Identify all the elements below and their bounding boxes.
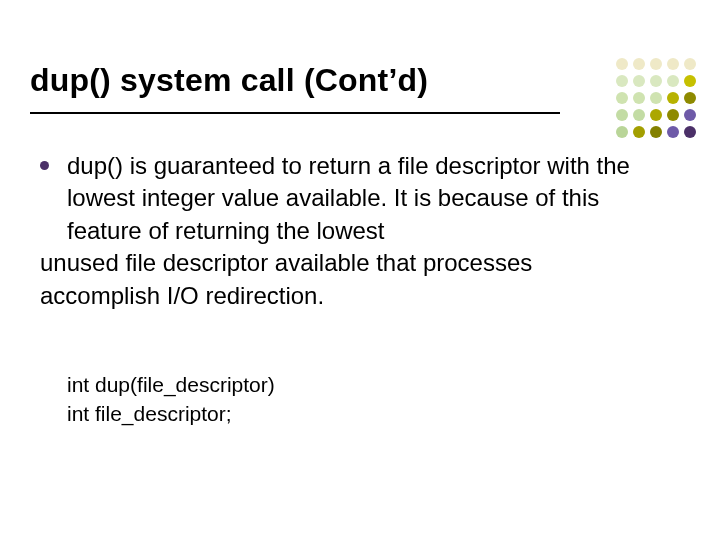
decor-dot [633, 126, 645, 138]
decor-dot [684, 109, 696, 121]
decor-dot [684, 75, 696, 87]
decor-dot [633, 58, 645, 70]
code-block: int dup(file_descriptor) int file_descri… [67, 370, 275, 429]
decor-dot [667, 109, 679, 121]
decor-dot [650, 75, 662, 87]
decorative-dot-grid [616, 58, 696, 138]
decor-dot [616, 109, 628, 121]
decor-dot [616, 126, 628, 138]
bullet-line-1: dup() is guaranteed to return a file des… [67, 152, 630, 244]
decor-dot [633, 109, 645, 121]
decor-dot [616, 58, 628, 70]
decor-dot [667, 58, 679, 70]
decor-dot [684, 92, 696, 104]
decor-dot [633, 75, 645, 87]
decor-dot [616, 92, 628, 104]
decor-dot [650, 58, 662, 70]
decor-dot [684, 58, 696, 70]
title-wrap: dup() system call (Cont’d) [30, 62, 560, 99]
slide: dup() system call (Cont’d) dup() is guar… [0, 0, 720, 540]
decor-dot [616, 75, 628, 87]
title-underline [30, 112, 560, 114]
decor-dot [633, 92, 645, 104]
decor-dot [667, 75, 679, 87]
bullet-line-2: unused file descriptor available that pr… [40, 247, 656, 312]
bullet-icon [40, 161, 49, 170]
code-line-2: int file_descriptor; [67, 399, 275, 428]
decor-dot [667, 126, 679, 138]
code-line-1: int dup(file_descriptor) [67, 370, 275, 399]
decor-dot [650, 126, 662, 138]
slide-body: dup() is guaranteed to return a file des… [40, 150, 656, 312]
decor-dot [650, 109, 662, 121]
decor-dot [684, 126, 696, 138]
decor-dot [650, 92, 662, 104]
slide-title: dup() system call (Cont’d) [30, 62, 560, 99]
bullet-item: dup() is guaranteed to return a file des… [40, 150, 656, 312]
decor-dot [667, 92, 679, 104]
bullet-text: dup() is guaranteed to return a file des… [67, 150, 656, 312]
